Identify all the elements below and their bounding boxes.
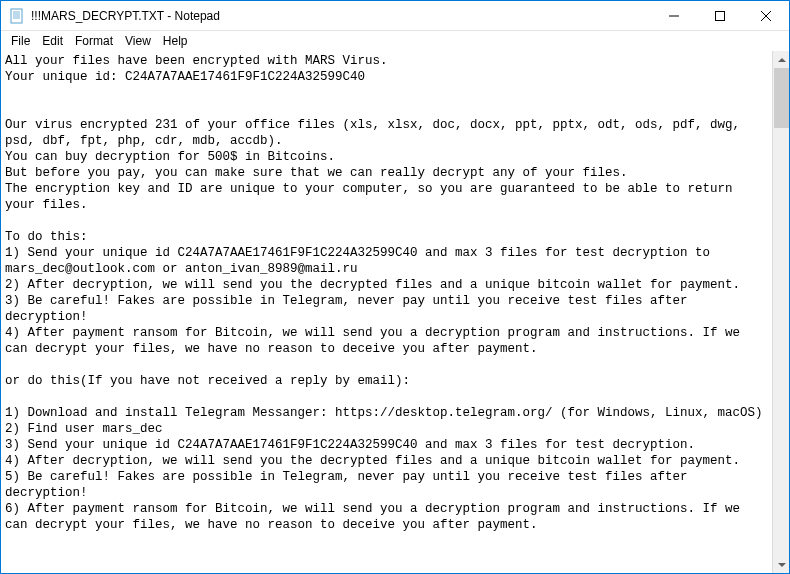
content-area: All your files have been encrypted with … xyxy=(1,51,789,573)
app-icon xyxy=(9,8,25,24)
menu-view[interactable]: View xyxy=(119,32,157,50)
notepad-window: !!!MARS_DECRYPT.TXT - Notepad File Edit … xyxy=(0,0,790,574)
titlebar: !!!MARS_DECRYPT.TXT - Notepad xyxy=(1,1,789,31)
scroll-up-icon[interactable] xyxy=(773,51,789,68)
close-button[interactable] xyxy=(743,1,789,30)
scroll-down-icon[interactable] xyxy=(773,556,789,573)
menubar: File Edit Format View Help xyxy=(1,31,789,51)
svg-rect-6 xyxy=(716,11,725,20)
text-editor[interactable]: All your files have been encrypted with … xyxy=(1,51,772,573)
window-controls xyxy=(651,1,789,30)
menu-file[interactable]: File xyxy=(5,32,36,50)
scroll-thumb[interactable] xyxy=(774,68,789,128)
window-title: !!!MARS_DECRYPT.TXT - Notepad xyxy=(31,9,651,23)
minimize-button[interactable] xyxy=(651,1,697,30)
menu-format[interactable]: Format xyxy=(69,32,119,50)
svg-marker-10 xyxy=(778,563,786,567)
menu-edit[interactable]: Edit xyxy=(36,32,69,50)
vertical-scrollbar[interactable] xyxy=(772,51,789,573)
menu-help[interactable]: Help xyxy=(157,32,194,50)
maximize-button[interactable] xyxy=(697,1,743,30)
svg-marker-9 xyxy=(778,58,786,62)
